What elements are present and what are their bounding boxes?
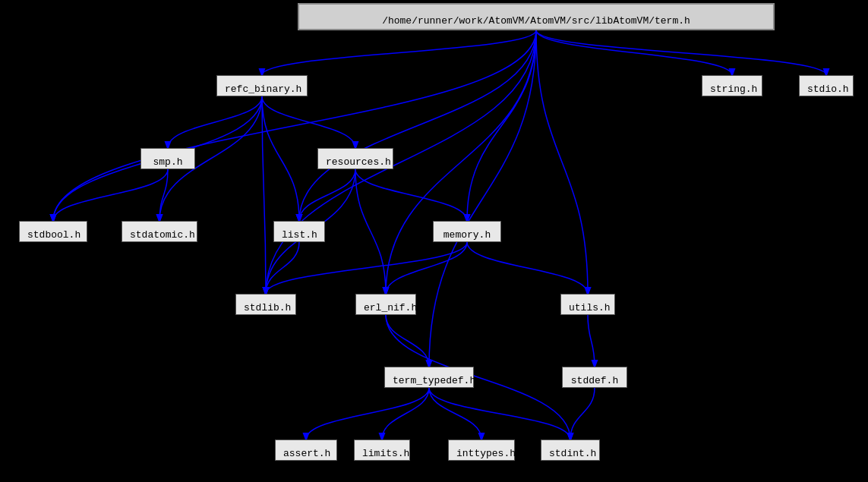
- node-stddef: stddef.h: [562, 367, 627, 388]
- node-resources: resources.h: [317, 148, 393, 169]
- node-string_h: string.h: [702, 75, 762, 96]
- node-root: /home/runner/work/AtomVM/AtomVM/src/libA…: [298, 3, 775, 30]
- node-utils: utils.h: [560, 294, 615, 315]
- node-refc_binary: refc_binary.h: [216, 75, 308, 96]
- node-erl_nif: erl_nif.h: [355, 294, 416, 315]
- node-limits_h: limits.h: [354, 439, 410, 461]
- node-stdint_h: stdint.h: [541, 439, 600, 461]
- node-list_h: list.h: [273, 221, 325, 242]
- node-assert_h: assert.h: [275, 439, 337, 461]
- node-memory: memory.h: [433, 221, 501, 242]
- node-stdio_h: stdio.h: [799, 75, 854, 96]
- node-inttypes_h: inttypes.h: [448, 439, 515, 461]
- node-stdbool: stdbool.h: [19, 221, 87, 242]
- node-stdatomic: stdatomic.h: [122, 221, 197, 242]
- node-stdlib: stdlib.h: [235, 294, 296, 315]
- node-smp: smp.h: [140, 148, 195, 169]
- node-term_typedef: term_typedef.h: [384, 367, 474, 388]
